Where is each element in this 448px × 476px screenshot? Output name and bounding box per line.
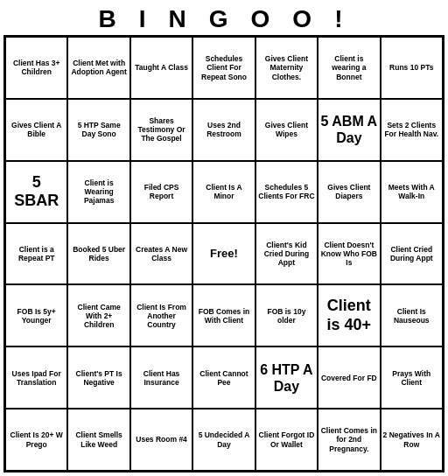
- cell-r1-c5: 5 ABM A Day: [318, 99, 380, 161]
- cell-r5-c4: 6 HTP A Day: [256, 346, 318, 409]
- cell-r3-c0: Client is a Repeat PT: [5, 223, 67, 285]
- cell-r4-c0: FOB Is 5y+ Younger: [5, 284, 67, 346]
- cell-r4-c5: Client is 40+: [318, 284, 380, 346]
- cell-r4-c6: Client Is Nauseous: [381, 284, 443, 346]
- cell-r1-c4: Gives Client Wipes: [256, 99, 318, 161]
- cell-r2-c6: Meets With A Walk-In: [381, 161, 443, 223]
- cell-r6-c4: Client Forgot ID Or Wallet: [256, 409, 318, 471]
- cell-r2-c1: Client is Wearing Pajamas: [67, 161, 130, 223]
- cell-r2-c5: Gives Client Diapers: [318, 161, 380, 223]
- cell-r2-c2: Filed CPS Report: [130, 161, 192, 223]
- cell-r5-c3: Client Cannot Pee: [192, 346, 255, 409]
- cell-r5-c2: Client Has Insurance: [130, 346, 192, 409]
- cell-r1-c3: Uses 2nd Restroom: [192, 99, 255, 161]
- cell-r3-c2: Creates A New Class: [130, 223, 192, 285]
- cell-r3-c6: Client Cried During Appt: [381, 223, 443, 285]
- cell-r5-c5: Covered For FD: [318, 346, 380, 409]
- title-g: G: [209, 5, 235, 33]
- cell-r0-c6: Runs 10 PTs: [381, 37, 443, 99]
- cell-r4-c4: FOB is 10y older: [256, 284, 318, 346]
- cell-r5-c1: Client's PT Is Negative: [67, 346, 130, 409]
- cell-r6-c0: Client Is 20+ W Prego: [5, 409, 67, 471]
- title-exclaim: !: [334, 5, 349, 33]
- cell-r3-c4: Client's Kid Cried During Appt: [256, 223, 318, 285]
- cell-r3-c5: Client Doesn't Know Who FOB Is: [318, 223, 380, 285]
- bingo-grid: Client Has 3+ ChildrenClient Met with Ad…: [4, 35, 444, 472]
- cell-r2-c4: Schedules 5 Clients For FRC: [256, 161, 318, 223]
- cell-r6-c6: 2 Negatives In A Row: [381, 409, 443, 471]
- cell-r6-c2: Uses Room #4: [130, 409, 192, 471]
- cell-r6-c5: Client Comes in for 2nd Pregnancy.: [318, 409, 380, 471]
- cell-r1-c6: Sets 2 Clients For Health Nav.: [381, 99, 443, 161]
- cell-r2-c0: 5 SBAR: [5, 161, 67, 223]
- title-n: N: [169, 5, 193, 33]
- cell-r4-c3: FOB Comes in With Client: [192, 284, 255, 346]
- cell-r3-c1: Booked 5 Uber Rides: [67, 223, 130, 285]
- cell-r0-c3: Schedules Client For Repeat Sono: [192, 37, 255, 99]
- title-o1: O: [251, 5, 277, 33]
- cell-r6-c1: Client Smells Like Weed: [67, 409, 130, 471]
- title-b: B: [99, 5, 123, 33]
- cell-r4-c1: Client Came With 2+ Children: [67, 284, 130, 346]
- cell-r1-c1: 5 HTP Same Day Sono: [67, 99, 130, 161]
- cell-r4-c2: Client Is From Another Country: [130, 284, 192, 346]
- cell-r0-c5: Client is wearing a Bonnet: [318, 37, 380, 99]
- cell-r0-c0: Client Has 3+ Children: [5, 37, 67, 99]
- cell-r5-c0: Uses Ipad For Translation: [5, 346, 67, 409]
- cell-r6-c3: 5 Undecided A Day: [192, 409, 255, 471]
- cell-r3-c3: Free!: [192, 223, 255, 285]
- cell-r0-c4: Gives Client Maternity Clothes.: [256, 37, 318, 99]
- cell-r0-c2: Taught A Class: [130, 37, 192, 99]
- cell-r2-c3: Client Is A Minor: [192, 161, 255, 223]
- cell-r1-c0: Gives Client A Bible: [5, 99, 67, 161]
- cell-r1-c2: Shares Testimony Or The Gospel: [130, 99, 192, 161]
- cell-r0-c1: Client Met with Adoption Agent: [67, 37, 130, 99]
- title-o2: O: [292, 5, 318, 33]
- title-i: I: [139, 5, 153, 33]
- cell-r5-c6: Prays With Client: [381, 346, 443, 409]
- bingo-title: B I N G O O !: [4, 4, 444, 35]
